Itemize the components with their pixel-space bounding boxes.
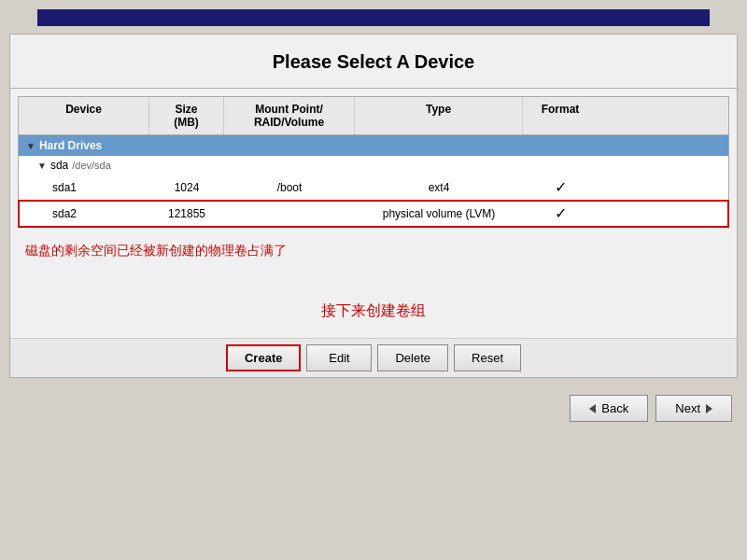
message-area: 接下来创建卷组 (10, 263, 737, 338)
back-button[interactable]: Back (570, 395, 648, 422)
sda1-type: ext4 (355, 175, 523, 200)
page-title: Please Select A Device (20, 51, 727, 73)
sda2-device: sda2 (19, 201, 149, 226)
edit-button[interactable]: Edit (306, 344, 372, 371)
next-arrow-icon (706, 404, 712, 413)
sda2-size: 121855 (149, 201, 224, 226)
hard-drives-label: ▼ Hard Drives (19, 135, 598, 156)
next-button[interactable]: Next (655, 395, 732, 422)
table-header: Device Size(MB) Mount Point/RAID/Volume … (19, 97, 728, 135)
action-bar: Create Edit Delete Reset (10, 338, 737, 377)
top-progress-bar (37, 9, 710, 26)
col-type: Type (355, 97, 523, 134)
info-text: 磁盘的剩余空间已经被新创建的物理卷占满了 (10, 235, 737, 263)
sda2-mountpoint (224, 201, 355, 226)
sda1-format: ✓ (523, 175, 598, 200)
sda-group: ▼ sda /dev/sda (19, 156, 728, 175)
table-row[interactable]: sda2 121855 physical volume (LVM) ✓ (19, 201, 728, 227)
sda1-device: sda1 (19, 175, 149, 200)
collapse-icon[interactable]: ▼ (26, 141, 35, 151)
sda-label: ▼ sda /dev/sda (19, 156, 598, 175)
col-mountpoint: Mount Point/RAID/Volume (224, 97, 355, 134)
sda1-mountpoint: /boot (224, 175, 355, 200)
col-format: Format (523, 97, 598, 134)
sda2-type: physical volume (LVM) (355, 201, 523, 226)
hard-drives-group: ▼ Hard Drives (19, 135, 728, 156)
device-table: Device Size(MB) Mount Point/RAID/Volume … (18, 96, 729, 228)
back-arrow-icon (589, 404, 596, 413)
col-device: Device (19, 97, 149, 134)
bottom-nav: Back Next (0, 385, 747, 431)
create-button[interactable]: Create (226, 344, 301, 371)
title-section: Please Select A Device (10, 35, 737, 89)
sda1-size: 1024 (149, 175, 224, 200)
sda2-format: ✓ (523, 201, 598, 226)
reset-button[interactable]: Reset (454, 344, 521, 371)
delete-button[interactable]: Delete (377, 344, 448, 371)
center-message: 接下来创建卷组 (321, 301, 426, 321)
main-panel: Please Select A Device Device Size(MB) M… (9, 34, 738, 378)
col-size: Size(MB) (149, 97, 224, 134)
table-row[interactable]: sda1 1024 /boot ext4 ✓ (19, 175, 728, 201)
sda-collapse-icon[interactable]: ▼ (37, 161, 47, 171)
